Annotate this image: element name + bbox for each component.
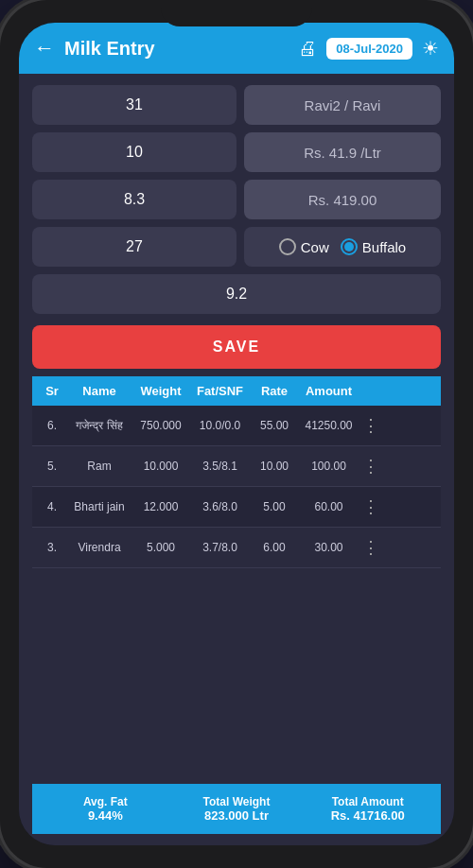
table-header-row: Sr Name Weight Fat/SNF Rate Amount: [32, 376, 441, 406]
table-row: 6. गजेन्द्र सिंह 750.000 10.0/0.0 55.00 …: [32, 406, 441, 446]
cell-fat: 3.5/8.1: [189, 460, 251, 473]
milk-table: Sr Name Weight Fat/SNF Rate Amount 6. गज…: [32, 376, 441, 776]
cell-rate: 55.00: [251, 419, 298, 432]
avg-fat-value: 9.44%: [88, 808, 123, 823]
form-row-4: Cow Buffalo: [32, 227, 441, 267]
field8-input[interactable]: [32, 274, 441, 314]
cell-amount: 100.00: [298, 460, 359, 473]
field6-display: Rs. 419.00: [244, 180, 441, 219]
total-amount-value: Rs. 41716.00: [331, 808, 405, 823]
buffalo-radio[interactable]: Buffalo: [341, 238, 406, 255]
row-menu-button[interactable]: ⋮: [359, 415, 382, 436]
col-amount: Amount: [298, 384, 359, 398]
back-button[interactable]: ←: [34, 36, 55, 61]
cow-radio[interactable]: Cow: [279, 238, 329, 255]
cell-rate: 6.00: [251, 541, 298, 554]
cell-amount: 60.00: [298, 500, 359, 513]
cell-fat: 3.6/8.0: [189, 500, 251, 513]
cell-name: Ram: [66, 460, 132, 473]
field4-display: Rs. 41.9 /Ltr: [244, 132, 441, 172]
buffalo-label: Buffalo: [362, 239, 406, 255]
notch: [161, 0, 312, 26]
col-sr: Sr: [38, 384, 66, 398]
print-icon[interactable]: 🖨: [298, 38, 317, 60]
field1-input[interactable]: [32, 85, 236, 125]
col-rate: Rate: [251, 384, 298, 398]
cell-name: Virendra: [66, 541, 132, 554]
total-weight-label: Total Weight: [203, 795, 271, 808]
screen: ← Milk Entry 🖨 08-Jul-2020 ☀ Ravi2 / Rav…: [19, 23, 454, 845]
header-right: 🖨 08-Jul-2020 ☀: [298, 37, 439, 60]
row-menu-button[interactable]: ⋮: [359, 496, 382, 517]
cell-name: गजेन्द्र सिंह: [66, 419, 132, 432]
animal-type-radio-group: Cow Buffalo: [244, 227, 441, 267]
cell-sr: 4.: [38, 500, 66, 513]
form-row-1: Ravi2 / Ravi: [32, 85, 441, 125]
cell-fat: 10.0/0.0: [189, 419, 251, 432]
cell-rate: 10.00: [251, 460, 298, 473]
field2-display: Ravi2 / Ravi: [244, 85, 441, 125]
form-row-3: Rs. 419.00: [32, 180, 441, 219]
footer-summary: Avg. Fat 9.44% Total Weight 823.000 Ltr …: [32, 784, 441, 834]
form-row-5: [32, 274, 441, 314]
row-menu-button[interactable]: ⋮: [359, 456, 382, 477]
cell-fat: 3.7/8.0: [189, 541, 251, 554]
header-title: Milk Entry: [64, 38, 155, 60]
cell-sr: 3.: [38, 541, 66, 554]
col-name: Name: [66, 384, 132, 398]
cell-sr: 5.: [38, 460, 66, 473]
cell-rate: 5.00: [251, 500, 298, 513]
col-weight: Weight: [132, 384, 189, 398]
total-amount-label: Total Amount: [332, 795, 404, 808]
col-fat: Fat/SNF: [189, 384, 251, 398]
cow-radio-circle[interactable]: [279, 238, 296, 255]
save-button[interactable]: SAVE: [32, 325, 441, 369]
cell-weight: 750.000: [132, 419, 189, 432]
cell-sr: 6.: [38, 419, 66, 432]
buffalo-radio-circle[interactable]: [341, 238, 358, 255]
cow-label: Cow: [301, 239, 329, 255]
phone-shell: ← Milk Entry 🖨 08-Jul-2020 ☀ Ravi2 / Rav…: [0, 0, 473, 868]
cell-weight: 5.000: [132, 541, 189, 554]
table-row: 5. Ram 10.000 3.5/8.1 10.00 100.00 ⋮: [32, 446, 441, 487]
cell-amount: 30.00: [298, 541, 359, 554]
main-content: Ravi2 / Ravi Rs. 41.9 /Ltr Rs. 419.00 Co…: [19, 74, 454, 845]
app-header: ← Milk Entry 🖨 08-Jul-2020 ☀: [19, 23, 454, 74]
cell-weight: 10.000: [132, 460, 189, 473]
row-menu-button[interactable]: ⋮: [359, 537, 382, 558]
date-badge[interactable]: 08-Jul-2020: [326, 38, 412, 60]
table-row: 4. Bharti jain 12.000 3.6/8.0 5.00 60.00…: [32, 487, 441, 528]
field3-input[interactable]: [32, 132, 236, 172]
cell-weight: 12.000: [132, 500, 189, 513]
total-amount-summary: Total Amount Rs. 41716.00: [302, 795, 433, 823]
avg-fat-label: Avg. Fat: [83, 795, 128, 808]
header-left: ← Milk Entry: [34, 36, 155, 61]
avg-fat-summary: Avg. Fat 9.44%: [40, 795, 171, 823]
col-actions: [359, 384, 382, 398]
cell-amount: 41250.00: [298, 419, 359, 432]
form-row-2: Rs. 41.9 /Ltr: [32, 132, 441, 172]
brightness-icon[interactable]: ☀: [422, 37, 439, 60]
field5-input[interactable]: [32, 180, 236, 219]
field7-input[interactable]: [32, 227, 236, 267]
total-weight-summary: Total Weight 823.000 Ltr: [171, 795, 303, 823]
table-row: 3. Virendra 5.000 3.7/8.0 6.00 30.00 ⋮: [32, 528, 441, 568]
total-weight-value: 823.000 Ltr: [204, 808, 269, 823]
cell-name: Bharti jain: [66, 500, 132, 513]
